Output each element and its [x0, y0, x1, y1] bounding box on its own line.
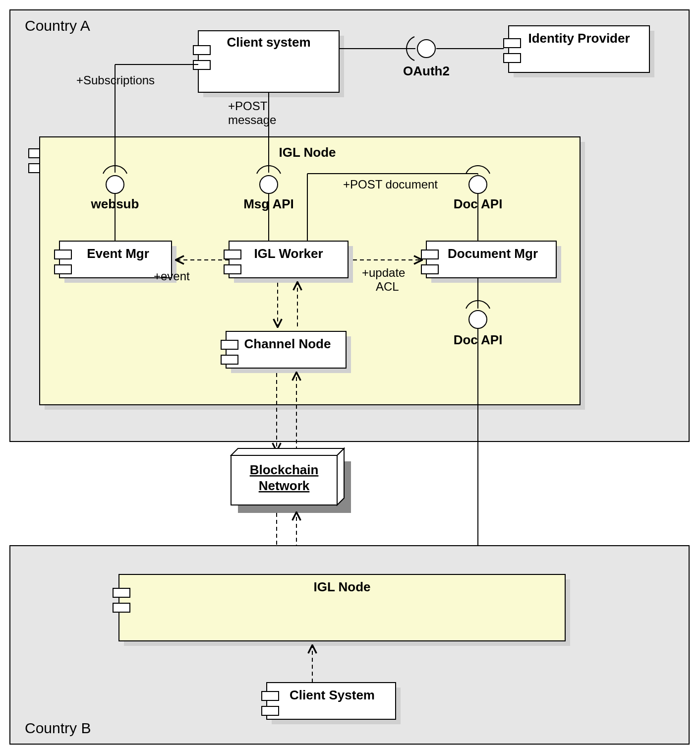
oauth2-label: OAuth2	[403, 63, 450, 78]
document-mgr: Document Mgr	[421, 241, 561, 283]
blockchain-line1: Blockchain	[250, 462, 319, 477]
igl-node-b: IGL Node	[113, 574, 570, 646]
igl-worker: IGL Worker	[224, 241, 353, 283]
svg-rect-30	[55, 250, 71, 259]
post-message-line1: +POST	[228, 99, 268, 113]
client-system-b-label: Client System	[290, 688, 375, 702]
channel-node-label: Channel Node	[244, 336, 331, 351]
svg-marker-55	[231, 448, 344, 455]
identity-provider-label: Identity Provider	[528, 31, 630, 46]
uml-component-diagram: Country A Client system Identity Provide…	[0, 0, 700, 756]
doc-api-top-label: Doc API	[454, 196, 503, 211]
country-b-label: Country B	[25, 720, 91, 736]
svg-rect-45	[221, 355, 238, 364]
msg-api-label: Msg API	[243, 196, 294, 211]
event-label: +event	[154, 269, 190, 283]
identity-provider: Identity Provider	[504, 26, 654, 77]
svg-point-13	[417, 40, 435, 58]
subscriptions-label: +Subscriptions	[76, 73, 155, 87]
svg-rect-35	[224, 265, 241, 274]
svg-point-24	[260, 176, 278, 193]
svg-rect-9	[504, 39, 521, 48]
svg-rect-68	[262, 692, 279, 700]
svg-rect-5	[193, 46, 210, 55]
update-acl-line2: ACL	[376, 280, 399, 293]
event-mgr-label: Event Mgr	[87, 246, 149, 261]
svg-marker-56	[337, 448, 344, 505]
client-system-a: Client system	[193, 31, 344, 97]
update-acl-line1: +update	[362, 266, 405, 279]
client-system-a-label: Client system	[227, 35, 310, 50]
country-a-label: Country A	[25, 17, 90, 34]
blockchain-line2: Network	[259, 478, 310, 493]
svg-rect-10	[504, 54, 521, 63]
svg-rect-39	[421, 265, 438, 274]
websub-label: websub	[91, 196, 139, 211]
svg-point-49	[469, 311, 487, 328]
svg-rect-69	[262, 706, 279, 715]
document-mgr-label: Document Mgr	[448, 246, 538, 261]
svg-rect-34	[224, 250, 241, 259]
svg-point-26	[469, 176, 487, 193]
svg-point-22	[106, 176, 124, 193]
svg-rect-31	[55, 265, 71, 274]
channel-node: Channel Node	[221, 331, 351, 373]
igl-worker-label: IGL Worker	[254, 246, 323, 261]
svg-rect-63	[113, 588, 130, 597]
post-message-line2: message	[228, 113, 276, 126]
svg-rect-44	[221, 340, 238, 349]
igl-node-b-label: IGL Node	[313, 579, 370, 594]
client-system-b: Client System	[262, 683, 401, 724]
post-document-label: +POST document	[343, 178, 438, 191]
svg-rect-38	[421, 250, 438, 259]
svg-rect-64	[113, 603, 130, 612]
igl-node-a-label: IGL Node	[279, 145, 336, 160]
blockchain-network: Blockchain Network	[231, 448, 351, 513]
